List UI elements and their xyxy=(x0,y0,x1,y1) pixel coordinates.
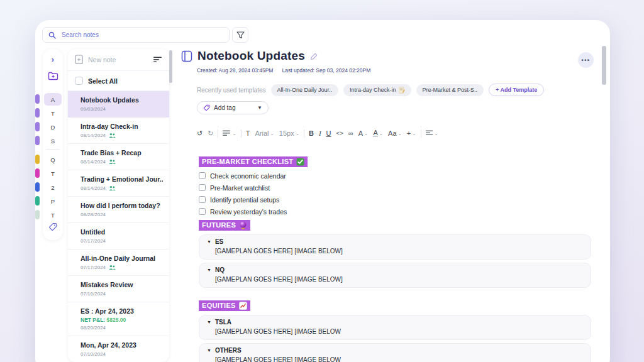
align-button[interactable]: ⌄ xyxy=(425,130,439,136)
font-size-button[interactable]: 15px⌄ xyxy=(279,129,300,137)
paragraph-style-button[interactable]: ⌄ xyxy=(222,130,236,136)
chevron-down-icon: ⌄ xyxy=(435,131,438,136)
collapsible-box-header[interactable]: ▼NQ xyxy=(207,266,583,274)
template-pill[interactable]: Pre-Market & Post-S.. xyxy=(416,84,484,96)
users-icon xyxy=(109,133,116,138)
updated-timestamp: Last updated: Sep 03, 2024 02:20PM xyxy=(282,67,370,74)
rail-letter-t[interactable]: T xyxy=(44,209,62,221)
checklist-checkbox[interactable] xyxy=(199,184,206,191)
filter-button[interactable] xyxy=(232,27,248,43)
text-color-button[interactable]: A⌄ xyxy=(358,129,369,137)
templates-row: Recently used templates All-In-One Daily… xyxy=(197,84,544,96)
list-item[interactable]: Mon, Apr 24, 202307/10/2024 xyxy=(68,336,169,362)
caret-down-icon: ▼ xyxy=(207,238,211,246)
rail-letter-s[interactable]: S xyxy=(44,134,62,147)
search-input[interactable] xyxy=(60,31,223,39)
more-options-button[interactable]: ••• xyxy=(578,52,594,68)
link-glyph: ∞ xyxy=(348,129,353,137)
checklist-checkbox[interactable] xyxy=(199,172,206,179)
undo-glyph: ↺ xyxy=(197,129,203,138)
new-note-label: New note xyxy=(88,56,116,63)
notebook-color-pill xyxy=(35,136,40,145)
underline-glyph: U xyxy=(326,129,331,137)
font-family-button[interactable]: Arial⌄ xyxy=(254,129,274,137)
section-heading-text: FUTURES xyxy=(202,221,236,229)
note-item-date: 08/14/2024 xyxy=(80,133,106,138)
edit-title-icon[interactable] xyxy=(310,52,318,60)
text-style-button[interactable]: T xyxy=(245,129,251,137)
tag-icon xyxy=(48,222,57,231)
highlight-color-glyph: A xyxy=(373,129,377,137)
list-item[interactable]: Mistakes Review07/16/2024 xyxy=(68,276,169,302)
notes-list-scrollbar[interactable] xyxy=(169,50,172,83)
add-template-button[interactable]: + Add Template xyxy=(489,84,544,96)
rail-letter-t[interactable]: T xyxy=(44,107,62,119)
note-item-title: ES : Apr 24, 2023 xyxy=(80,307,163,315)
insert-button[interactable]: +⌄ xyxy=(406,129,417,137)
rail-letter-d[interactable]: D xyxy=(44,121,62,133)
undo-button[interactable]: ↺ xyxy=(196,129,203,138)
checklist-checkbox[interactable] xyxy=(199,196,206,203)
list-item[interactable]: Untitled07/17/2024 xyxy=(68,223,169,250)
sort-button[interactable] xyxy=(153,57,162,63)
code-button[interactable]: <> xyxy=(336,130,344,137)
add-tag-button[interactable]: Add tag ▼ xyxy=(197,101,269,114)
new-folder-button[interactable] xyxy=(43,70,63,82)
created-timestamp: Created: Aug 28, 2024 03:45PM xyxy=(197,67,273,74)
notebook-color-pill xyxy=(35,155,40,164)
select-all-checkbox[interactable] xyxy=(75,77,83,85)
list-item[interactable]: ES : Apr 24, 2023NET P&L: $825.0008/20/2… xyxy=(68,302,169,336)
toolbar-divider xyxy=(304,129,304,138)
checklist-label: Review yesterday's trades xyxy=(210,208,287,216)
text-case-button[interactable]: Aa⌄ xyxy=(387,129,402,137)
list-item[interactable]: Notebook Updates09/03/2024 xyxy=(68,91,169,118)
tags-button[interactable] xyxy=(43,221,63,233)
folder-plus-icon xyxy=(48,72,58,80)
list-item[interactable]: Intra-day Check-in08/14/2024 xyxy=(68,118,169,144)
chevron-down-icon: ⌄ xyxy=(412,131,416,136)
redo-button[interactable]: ↻ xyxy=(207,129,214,138)
collapsible-box-header[interactable]: ▼ES xyxy=(207,238,583,246)
list-item[interactable]: Trading + Emotional Jour...08/14/2024 xyxy=(68,170,169,197)
template-pill-label: All-In-One Daily Jour.. xyxy=(277,87,333,93)
chevron-down-icon: ⌄ xyxy=(398,131,402,136)
note-item-title: How did I perform today? xyxy=(80,202,163,210)
rail-letter-2[interactable]: 2 xyxy=(44,181,62,194)
rail-letter-q[interactable]: Q xyxy=(44,153,62,166)
highlight-color-button[interactable]: A⌄ xyxy=(372,129,384,137)
note-item-date: 09/03/2024 xyxy=(80,106,106,112)
notebook-color-pill xyxy=(35,196,40,206)
chevron-down-icon: ⌄ xyxy=(232,131,236,136)
underline-button[interactable]: U xyxy=(326,129,332,137)
template-pill[interactable]: All-In-One Daily Jour.. xyxy=(271,84,339,96)
rail-letter-p[interactable]: P xyxy=(44,195,62,207)
content-scrollbar[interactable] xyxy=(602,46,606,85)
italic-button[interactable]: I xyxy=(318,129,322,137)
link-button[interactable]: ∞ xyxy=(348,129,354,137)
notebook-color-pill xyxy=(35,182,40,192)
checklist-checkbox[interactable] xyxy=(199,208,206,215)
editor-toolbar: ↺↻⌄TArial⌄15px⌄BIU<>∞A⌄A⌄Aa⌄+⌄⌄ xyxy=(196,126,439,140)
chart-up-icon xyxy=(239,302,247,310)
select-all-row: Select All xyxy=(68,71,169,91)
notebook-color-pill xyxy=(35,108,40,118)
note-item-date: 08/14/2024 xyxy=(80,159,106,165)
new-note-button[interactable]: New note xyxy=(68,49,169,71)
collapsible-box-header[interactable]: ▼OTHERS xyxy=(207,347,583,354)
bold-button[interactable]: B xyxy=(308,129,314,137)
insert-glyph: + xyxy=(407,129,411,137)
collapsible-box-header[interactable]: ▼TSLA xyxy=(207,319,583,326)
template-pill[interactable]: Intra-day Check-in xyxy=(343,84,411,96)
rail-letter-a[interactable]: A xyxy=(44,93,62,106)
rail-letter-t[interactable]: T xyxy=(44,167,62,180)
list-item[interactable]: Trade Bias + Recap08/14/2024 xyxy=(68,144,169,170)
expand-sidebar-button[interactable]: › xyxy=(43,53,63,65)
note-item-title: Intra-day Check-in xyxy=(80,123,163,131)
toolbar-divider xyxy=(241,129,242,138)
list-item[interactable]: How did I perform today?08/28/2024 xyxy=(68,197,169,223)
notebook-color-pill xyxy=(35,210,40,219)
list-item[interactable]: All-in-One Daily Journal07/17/2024 xyxy=(68,250,169,276)
box-title: ES xyxy=(215,238,223,246)
checklist-row: Check economic calendar xyxy=(199,171,591,180)
box-body-text: [GAMEPLAN GOES HERE] [IMAGE BELOW xyxy=(215,328,583,336)
